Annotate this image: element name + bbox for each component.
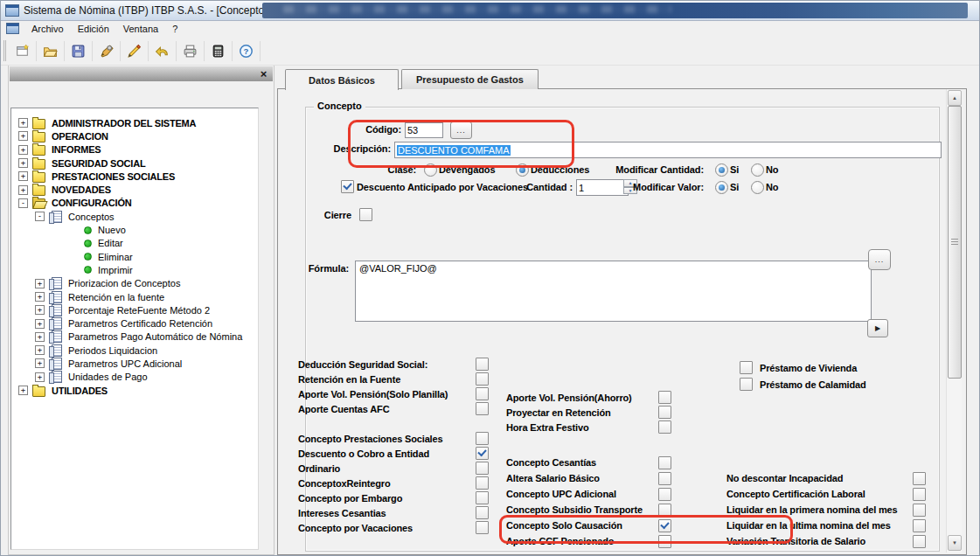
descuento-anticipado-checkbox[interactable] <box>341 180 354 193</box>
checkbox[interactable] <box>476 462 489 475</box>
checkbox[interactable] <box>658 406 671 419</box>
checkbox[interactable] <box>658 535 671 548</box>
checkbox[interactable] <box>658 391 671 404</box>
tab-datos-basicos[interactable]: Datos Básicos <box>285 69 399 90</box>
checkbox[interactable] <box>476 387 489 400</box>
formula-label: Fórmula: <box>309 263 349 274</box>
checkbox[interactable] <box>658 519 671 532</box>
redacted-area <box>262 3 968 18</box>
checkbox[interactable] <box>476 476 489 490</box>
tab-strip: Datos Básicos Presupuesto de Gastos <box>285 69 541 90</box>
mdi-child-icon[interactable] <box>6 23 19 34</box>
save-icon <box>71 44 86 59</box>
checkbox[interactable] <box>476 521 489 534</box>
toolbar-grip[interactable] <box>3 40 6 61</box>
groupbox-title: Concepto <box>314 101 365 111</box>
help-button[interactable]: ? <box>233 39 259 63</box>
radio-devengados[interactable] <box>424 163 437 177</box>
checkbox[interactable] <box>913 504 926 517</box>
checkbox[interactable] <box>658 456 671 469</box>
checkbox-label: Aporte Cuentas AFC <box>298 404 476 414</box>
checkbox-label: Variación Transitoria de Salario <box>726 536 913 546</box>
checkbox[interactable] <box>658 504 671 517</box>
checkbox-label: Aporte Vol. Pensión(Solo Planilla) <box>298 389 476 400</box>
menu-edicion[interactable]: Edición <box>71 22 116 36</box>
toolbar-separator <box>64 41 65 61</box>
checkbox[interactable] <box>913 488 926 501</box>
checkbox-label: Concepto Subsidio Transporte <box>506 504 658 515</box>
checkbox-row: Concepto Prestaciones Sociales <box>298 431 489 446</box>
checkbox-column-a2: Concepto Prestaciones Sociales Descuento… <box>298 431 489 535</box>
checkbox-row: Concepto Certificación Laboral <box>726 486 926 502</box>
checkbox[interactable] <box>476 402 489 415</box>
checkbox-label: Ordinario <box>298 463 476 474</box>
checkbox[interactable] <box>658 420 671 434</box>
checkbox-row: Proyectar en Retención <box>506 405 671 420</box>
checkbox[interactable] <box>740 361 753 374</box>
descripcion-label: Descripción: <box>334 143 391 154</box>
cantidad-field[interactable]: 1 <box>576 179 629 196</box>
checkbox[interactable] <box>476 491 489 504</box>
open-button[interactable] <box>38 39 63 63</box>
checkbox-label: Liquidar en la primera nomina del mes <box>726 504 913 515</box>
codigo-field[interactable]: 53 <box>405 122 443 138</box>
calculator-button[interactable] <box>205 39 231 63</box>
checkbox-label: Retención en la Fuente <box>298 374 476 385</box>
checkbox-row: Liquidar en la ultima nomina del mes <box>726 518 926 533</box>
radio-deducciones-label: Deducciones <box>531 164 589 175</box>
formula-field[interactable]: @VALOR_FIJO@ <box>355 261 872 322</box>
radio-modcant-si[interactable] <box>715 163 728 177</box>
app-icon <box>5 4 19 17</box>
tab-presupuesto-gastos[interactable]: Presupuesto de Gastos <box>401 69 539 89</box>
checkbox-row: Intereses Cesantias <box>298 505 489 520</box>
checkbox[interactable] <box>913 519 926 532</box>
radio-modcant-si-label: Si <box>730 164 739 175</box>
formula-browse-button[interactable]: ... <box>868 249 891 270</box>
checkbox-row: Descuento o Cobro a Entidad <box>298 446 489 461</box>
checkbox[interactable] <box>913 535 926 548</box>
checkbox-row: Aporte Vol. Pensión(Solo Planilla) <box>298 386 489 401</box>
menu-archivo[interactable]: Archivo <box>24 22 71 36</box>
undo-button[interactable] <box>149 39 175 63</box>
checkbox[interactable] <box>476 506 489 519</box>
toolbar-separator <box>36 41 37 61</box>
descripcion-field[interactable]: DESCUENTO COMFAMA <box>394 142 942 158</box>
checkbox[interactable] <box>476 372 489 386</box>
checkbox-label: No descontar Incapacidad <box>726 473 913 483</box>
codigo-browse-button[interactable]: ... <box>450 122 472 139</box>
checkbox[interactable] <box>913 472 926 485</box>
checkbox[interactable] <box>476 432 489 445</box>
new-form-button[interactable] <box>10 39 35 63</box>
checkbox[interactable] <box>658 472 671 485</box>
checkbox-row: Hora Extra Festivo <box>506 420 671 434</box>
undo-icon <box>155 44 170 59</box>
open-folder-icon <box>43 44 58 59</box>
checkbox[interactable] <box>476 447 489 460</box>
checkbox-row: ConceptoxReintegro <box>298 476 489 490</box>
radio-modval-no[interactable] <box>751 181 764 194</box>
checkbox[interactable] <box>658 488 671 501</box>
checkbox[interactable] <box>476 358 489 371</box>
cantidad-value: 1 <box>579 183 584 193</box>
menu-help[interactable]: ? <box>165 22 184 36</box>
toolbar-separator <box>148 41 149 61</box>
checkbox[interactable] <box>740 378 753 391</box>
checkbox-label: Proyectar en Retención <box>506 407 658 418</box>
radio-modcant-no[interactable] <box>751 163 764 177</box>
radio-deducciones[interactable] <box>516 163 529 177</box>
checkbox-label: Concepto UPC Adicional <box>506 489 658 499</box>
radio-modval-si[interactable] <box>715 181 728 194</box>
clear-button[interactable] <box>122 39 147 63</box>
new-form-icon <box>15 44 30 59</box>
save-button[interactable] <box>66 39 91 63</box>
printer-icon <box>183 44 198 59</box>
menu-ventana[interactable]: Ventana <box>116 22 165 36</box>
checkbox-label: Liquidar en la ultima nomina del mes <box>726 520 913 531</box>
formula-run-button[interactable]: ▶ <box>867 319 888 337</box>
print-button[interactable] <box>177 39 203 63</box>
tab-label: Presupuesto de Gastos <box>416 74 524 85</box>
checkbox-label: Concepto Prestaciones Sociales <box>298 434 476 444</box>
cierre-checkbox[interactable] <box>359 208 372 221</box>
checkbox-row: Aporte CCF Pensionado <box>506 533 671 549</box>
edit-button[interactable] <box>94 39 119 63</box>
